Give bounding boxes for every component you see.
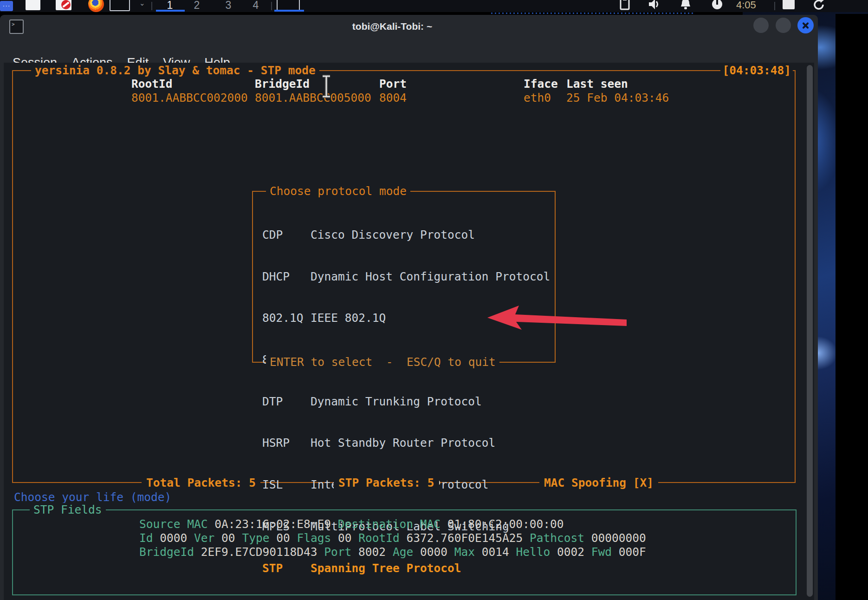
notifications-bell-icon[interactable] [680, 0, 692, 10]
display-window-indicator [274, 10, 304, 12]
status-stp-packets: STP Packets: 5 [334, 476, 439, 490]
desktop: ··· ⌄ 1 2 3 4 4: [0, 0, 868, 600]
file-manager-icon[interactable] [26, 0, 40, 10]
stp-fields-title: STP Fields [30, 503, 106, 517]
col-iface: Iface [524, 77, 558, 91]
chevron-down-icon[interactable]: ⌄ [139, 0, 145, 7]
stp-field-line-2[interactable]: Id 0000 Ver 00 Type 00 Flags 00 RootId 6… [139, 531, 646, 545]
row-iface[interactable]: eth0 [524, 91, 551, 105]
dialog-footer-hint: ENTER to select - ESC/Q to quit [266, 355, 499, 369]
workspace-4[interactable]: 4 [242, 0, 270, 12]
row-rootid[interactable]: 8001.AABBCC002000 [131, 91, 248, 105]
protocol-dialog-title: Choose protocol mode [266, 184, 410, 198]
row-bridgeid[interactable]: 8001.AABBCC005000 [255, 91, 371, 105]
window-titlebar: tobi@Kali-Tobi: ~ [0, 15, 818, 39]
clock[interactable]: 4:05 [736, 0, 756, 11]
terminal-scrollbar[interactable] [807, 65, 813, 597]
yersinia-title: yersinia 0.8.2 by Slay & tomac - STP mod… [31, 64, 319, 78]
minimize-button[interactable] [753, 18, 769, 33]
separator [774, 2, 775, 10]
col-bridgeid: BridgeId [255, 77, 310, 91]
protocol-item-dhcp[interactable]: DHCPDynamic Host Configuration Protocol [262, 270, 550, 284]
desktop-text-peek [491, 13, 695, 14]
col-port: Port [379, 77, 407, 91]
stp-field-line-1[interactable]: Source MAC 0A:23:16:02:E8:E9 Destination… [139, 517, 564, 531]
volume-icon[interactable] [648, 0, 661, 10]
workspace-2[interactable]: 2 [183, 0, 211, 12]
protocol-item-8021q[interactable]: 802.1QIEEE 802.1Q [262, 311, 550, 325]
power-icon[interactable] [711, 0, 723, 10]
row-port[interactable]: 8004 [379, 91, 407, 105]
screen-black-edge [836, 14, 868, 600]
col-rootid: RootId [131, 77, 173, 91]
stp-field-line-3[interactable]: BridgeId 2EF9.E7CD90118D43 Port 8002 Age… [139, 545, 646, 559]
taskbar: ··· ⌄ 1 2 3 4 4: [0, 0, 868, 12]
yersinia-clock: [04:03:48] [720, 64, 793, 78]
col-lastseen: Last seen [566, 77, 628, 91]
status-total-packets: Total Packets: 5 [142, 476, 260, 490]
maximize-button[interactable] [776, 18, 791, 33]
mode-prompt: Choose your life (mode) [14, 490, 171, 504]
text-editor-icon[interactable] [56, 0, 71, 10]
status-mac-spoofing[interactable]: MAC Spoofing [X] [539, 476, 658, 490]
protocol-dialog: Choose protocol mode CDPCisco Discovery … [252, 191, 556, 363]
close-button[interactable] [797, 17, 814, 33]
workspace-1-indicator [156, 10, 185, 12]
protocol-item-hsrp[interactable]: HSRPHot Standby Router Protocol [262, 436, 550, 450]
firefox-icon[interactable] [88, 0, 104, 12]
workspace-3[interactable]: 3 [214, 0, 242, 12]
window-title: tobi@Kali-Tobi: ~ [0, 21, 784, 32]
terminal-icon[interactable] [110, 0, 130, 11]
protocol-item-cdp[interactable]: CDPCisco Discovery Protocol [262, 228, 550, 242]
display-icon[interactable] [783, 0, 795, 9]
separator [151, 2, 152, 10]
disabled-badge-icon [61, 0, 71, 9]
separator [271, 2, 272, 10]
app-menu-icon[interactable]: ··· [0, 1, 13, 11]
row-lastseen[interactable]: 25 Feb 04:03:46 [566, 91, 669, 105]
refresh-icon[interactable] [812, 0, 825, 11]
clipboard-icon[interactable] [619, 0, 630, 10]
protocol-item-dtp[interactable]: DTPDynamic Trunking Protocol [262, 395, 550, 409]
